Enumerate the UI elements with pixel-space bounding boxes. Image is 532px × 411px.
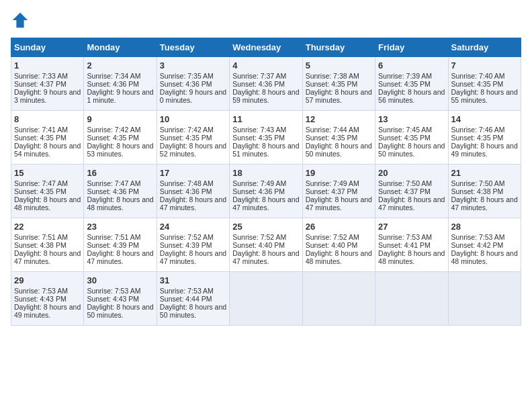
- sunrise: Sunrise: 7:52 AM: [306, 233, 359, 241]
- sunrise: Sunrise: 7:52 AM: [160, 233, 214, 241]
- day-number: 8: [14, 114, 81, 124]
- sunset: Sunset: 4:36 PM: [160, 187, 212, 195]
- day-number: 27: [378, 222, 445, 232]
- page-header: [11, 11, 521, 30]
- sunrise: Sunrise: 7:37 AM: [232, 72, 286, 80]
- sunset: Sunset: 4:35 PM: [451, 80, 504, 88]
- calendar-cell: 14Sunrise: 7:46 AMSunset: 4:35 PMDayligh…: [448, 111, 521, 165]
- sunset: Sunset: 4:39 PM: [87, 241, 139, 249]
- sunset: Sunset: 4:35 PM: [378, 134, 431, 142]
- calendar-week-row: 29Sunrise: 7:53 AMSunset: 4:43 PMDayligh…: [11, 272, 521, 326]
- sunset: Sunset: 4:35 PM: [232, 134, 285, 142]
- day-number: 29: [14, 275, 81, 285]
- calendar-cell: 28Sunrise: 7:53 AMSunset: 4:42 PMDayligh…: [448, 218, 521, 272]
- sunset: Sunset: 4:36 PM: [87, 80, 139, 88]
- day-header-tuesday: Tuesday: [157, 38, 229, 57]
- calendar-week-row: 8Sunrise: 7:41 AMSunset: 4:35 PMDaylight…: [11, 111, 521, 165]
- calendar-cell: 18Sunrise: 7:49 AMSunset: 4:36 PMDayligh…: [230, 165, 302, 218]
- daylight: Daylight: 8 hours and 48 minutes.: [306, 249, 372, 265]
- calendar-week-row: 1Sunrise: 7:33 AMSunset: 4:37 PMDaylight…: [11, 57, 521, 111]
- daylight: Daylight: 8 hours and 50 minutes.: [306, 142, 372, 158]
- calendar-cell: 6Sunrise: 7:39 AMSunset: 4:35 PMDaylight…: [375, 57, 448, 111]
- sunrise: Sunrise: 7:48 AM: [160, 179, 214, 187]
- sunset: Sunset: 4:36 PM: [232, 187, 285, 195]
- daylight: Daylight: 8 hours and 54 minutes.: [14, 142, 81, 158]
- sunrise: Sunrise: 7:47 AM: [14, 179, 68, 187]
- calendar-cell: 19Sunrise: 7:49 AMSunset: 4:37 PMDayligh…: [302, 165, 375, 218]
- sunrise: Sunrise: 7:53 AM: [451, 233, 505, 241]
- day-header-monday: Monday: [84, 38, 157, 57]
- calendar-cell: 17Sunrise: 7:48 AMSunset: 4:36 PMDayligh…: [157, 165, 229, 218]
- sunrise: Sunrise: 7:53 AM: [160, 287, 214, 295]
- calendar-cell: 13Sunrise: 7:45 AMSunset: 4:35 PMDayligh…: [375, 111, 448, 165]
- daylight: Daylight: 8 hours and 59 minutes.: [232, 88, 299, 104]
- daylight: Daylight: 8 hours and 52 minutes.: [160, 142, 226, 158]
- calendar-week-row: 15Sunrise: 7:47 AMSunset: 4:35 PMDayligh…: [11, 165, 521, 218]
- day-header-saturday: Saturday: [448, 38, 521, 57]
- daylight: Daylight: 8 hours and 50 minutes.: [160, 303, 226, 319]
- calendar-cell: 25Sunrise: 7:52 AMSunset: 4:40 PMDayligh…: [230, 218, 302, 272]
- sunrise: Sunrise: 7:44 AM: [306, 126, 359, 134]
- day-number: 31: [160, 275, 226, 285]
- calendar-cell: 7Sunrise: 7:40 AMSunset: 4:35 PMDaylight…: [448, 57, 521, 111]
- sunrise: Sunrise: 7:42 AM: [87, 126, 140, 134]
- day-number: 10: [160, 114, 226, 124]
- sunrise: Sunrise: 7:50 AM: [451, 179, 505, 187]
- sunset: Sunset: 4:35 PM: [87, 134, 139, 142]
- day-number: 19: [306, 168, 372, 178]
- calendar-cell: 21Sunrise: 7:50 AMSunset: 4:38 PMDayligh…: [448, 165, 521, 218]
- day-number: 22: [14, 222, 81, 232]
- sunset: Sunset: 4:38 PM: [451, 187, 504, 195]
- sunset: Sunset: 4:36 PM: [232, 80, 285, 88]
- daylight: Daylight: 8 hours and 53 minutes.: [87, 142, 153, 158]
- day-header-thursday: Thursday: [302, 38, 375, 57]
- sunrise: Sunrise: 7:47 AM: [87, 179, 140, 187]
- calendar-cell: 30Sunrise: 7:53 AMSunset: 4:43 PMDayligh…: [84, 272, 157, 326]
- daylight: Daylight: 8 hours and 48 minutes.: [87, 195, 153, 212]
- daylight: Daylight: 8 hours and 50 minutes.: [87, 303, 153, 319]
- sunrise: Sunrise: 7:52 AM: [232, 233, 286, 241]
- calendar-cell: 12Sunrise: 7:44 AMSunset: 4:35 PMDayligh…: [302, 111, 375, 165]
- daylight: Daylight: 8 hours and 49 minutes.: [14, 303, 81, 319]
- daylight: Daylight: 8 hours and 55 minutes.: [451, 88, 518, 104]
- day-number: 1: [14, 60, 81, 71]
- day-number: 17: [160, 168, 226, 178]
- sunrise: Sunrise: 7:42 AM: [160, 126, 214, 134]
- sunset: Sunset: 4:44 PM: [160, 295, 212, 303]
- calendar-cell: 26Sunrise: 7:52 AMSunset: 4:40 PMDayligh…: [302, 218, 375, 272]
- day-number: 5: [306, 60, 372, 71]
- sunset: Sunset: 4:37 PM: [306, 187, 358, 195]
- sunrise: Sunrise: 7:40 AM: [451, 72, 505, 80]
- calendar-cell: 23Sunrise: 7:51 AMSunset: 4:39 PMDayligh…: [84, 218, 157, 272]
- day-number: 3: [160, 60, 226, 71]
- day-number: 15: [14, 168, 81, 178]
- day-number: 18: [232, 168, 299, 178]
- sunrise: Sunrise: 7:53 AM: [87, 287, 140, 295]
- sunset: Sunset: 4:43 PM: [87, 295, 139, 303]
- sunrise: Sunrise: 7:45 AM: [378, 126, 432, 134]
- calendar-cell: 3Sunrise: 7:35 AMSunset: 4:36 PMDaylight…: [157, 57, 229, 111]
- sunrise: Sunrise: 7:41 AM: [14, 126, 68, 134]
- daylight: Daylight: 8 hours and 48 minutes.: [451, 249, 518, 265]
- logo: [11, 11, 32, 30]
- sunrise: Sunrise: 7:53 AM: [378, 233, 432, 241]
- calendar-cell: [230, 272, 302, 326]
- daylight: Daylight: 8 hours and 51 minutes.: [232, 142, 299, 158]
- calendar-cell: 2Sunrise: 7:34 AMSunset: 4:36 PMDaylight…: [84, 57, 157, 111]
- sunrise: Sunrise: 7:53 AM: [14, 287, 68, 295]
- logo-icon: [11, 11, 30, 30]
- daylight: Daylight: 8 hours and 47 minutes.: [451, 195, 518, 212]
- sunrise: Sunrise: 7:38 AM: [306, 72, 359, 80]
- sunset: Sunset: 4:37 PM: [378, 187, 431, 195]
- daylight: Daylight: 8 hours and 50 minutes.: [378, 142, 445, 158]
- day-number: 12: [306, 114, 372, 124]
- sunrise: Sunrise: 7:50 AM: [378, 179, 432, 187]
- calendar-cell: 29Sunrise: 7:53 AMSunset: 4:43 PMDayligh…: [11, 272, 84, 326]
- daylight: Daylight: 8 hours and 47 minutes.: [232, 195, 299, 212]
- sunset: Sunset: 4:39 PM: [160, 241, 212, 249]
- day-number: 16: [87, 168, 153, 178]
- calendar-table: SundayMondayTuesdayWednesdayThursdayFrid…: [11, 38, 521, 326]
- sunset: Sunset: 4:41 PM: [378, 241, 431, 249]
- sunset: Sunset: 4:40 PM: [306, 241, 358, 249]
- daylight: Daylight: 9 hours and 0 minutes.: [160, 88, 226, 104]
